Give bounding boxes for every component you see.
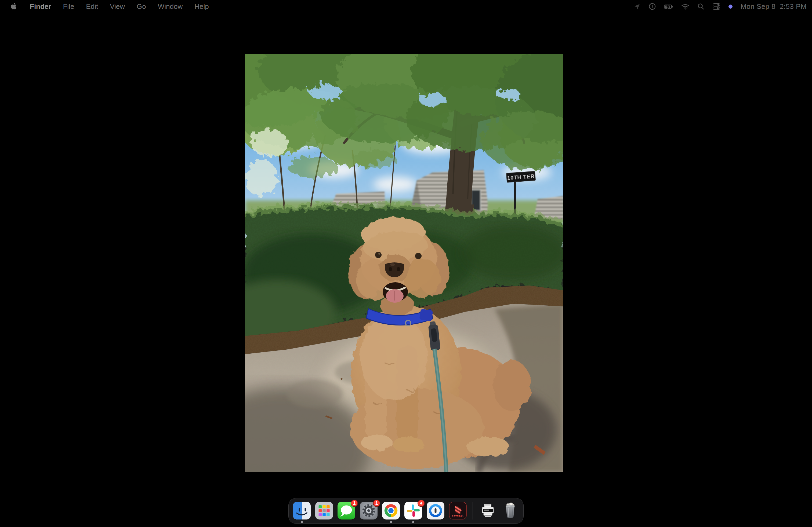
settings-badge: 1 bbox=[373, 500, 380, 507]
dock-finder[interactable] bbox=[293, 502, 311, 520]
dock-chrome[interactable] bbox=[382, 502, 400, 520]
apple-menu-icon[interactable] bbox=[10, 2, 18, 10]
control-center-icon[interactable] bbox=[712, 3, 721, 10]
dock-separator bbox=[473, 502, 473, 520]
dock-system-settings[interactable]: 1 bbox=[360, 502, 378, 520]
dock-printer[interactable] bbox=[479, 502, 497, 520]
wifi-icon[interactable] bbox=[681, 3, 689, 10]
location-arrow-icon[interactable] bbox=[634, 3, 640, 10]
printer-icon bbox=[479, 502, 497, 520]
menu-item-go[interactable]: Go bbox=[137, 0, 146, 13]
macos-desktop: Finder File Edit View Go Window Help bbox=[0, 0, 812, 527]
onepassword-icon bbox=[427, 502, 445, 520]
menu-app-name[interactable]: Finder bbox=[30, 0, 51, 13]
screen-indicator-dot[interactable] bbox=[728, 4, 733, 9]
menu-bar-clock[interactable]: Mon Sep 8 2:53 PM bbox=[741, 2, 807, 11]
menu-item-edit[interactable]: Edit bbox=[86, 0, 98, 13]
vignette bbox=[245, 54, 563, 472]
chrome-running-dot bbox=[390, 521, 392, 523]
messages-badge: 1 bbox=[351, 500, 358, 507]
dock-raycast[interactable]: raycast bbox=[449, 502, 467, 520]
chrome-icon bbox=[382, 502, 400, 520]
launchpad-icon bbox=[315, 502, 333, 520]
raycast-wordmark: raycast bbox=[449, 514, 467, 517]
dock-messages[interactable]: 1 bbox=[337, 502, 355, 520]
slack-badge bbox=[418, 500, 425, 507]
dock-slack[interactable] bbox=[404, 502, 422, 520]
menu-bar-left: Finder File Edit View Go Window Help bbox=[10, 0, 209, 13]
photo-preview: 10TH TER bbox=[245, 54, 563, 472]
dock-trash[interactable] bbox=[501, 502, 519, 520]
dock-launchpad[interactable] bbox=[315, 502, 333, 520]
slack-running-dot bbox=[412, 521, 414, 523]
menu-item-help[interactable]: Help bbox=[194, 0, 209, 13]
spotlight-search-icon[interactable] bbox=[697, 3, 704, 10]
dock-1password[interactable] bbox=[427, 502, 445, 520]
finder-running-dot bbox=[301, 521, 303, 523]
dock: 1 1 bbox=[288, 498, 524, 524]
onepassword-menu-icon[interactable] bbox=[649, 3, 656, 10]
menu-bar-status: Mon Sep 8 2:53 PM bbox=[634, 2, 807, 11]
menu-item-window[interactable]: Window bbox=[158, 0, 183, 13]
trash-full-icon bbox=[501, 502, 519, 520]
menu-item-view[interactable]: View bbox=[110, 0, 125, 13]
menu-bar: Finder File Edit View Go Window Help bbox=[0, 0, 812, 13]
menu-item-file[interactable]: File bbox=[63, 0, 74, 13]
battery-charging-icon[interactable] bbox=[664, 3, 673, 10]
dog-photo-scene: 10TH TER bbox=[245, 54, 563, 472]
finder-icon bbox=[293, 502, 311, 520]
